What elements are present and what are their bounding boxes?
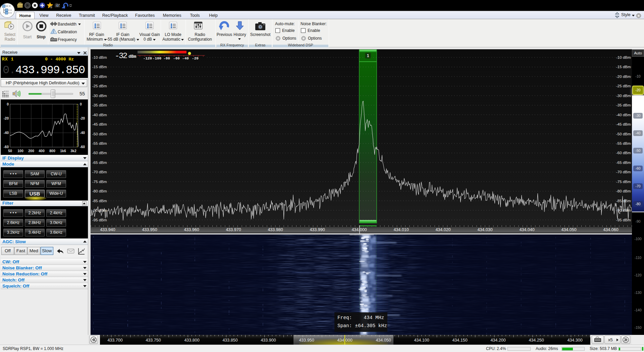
svg-text:-95 dBm: -95 dBm [616, 218, 631, 222]
svg-text:-40: -40 [4, 131, 9, 135]
svg-text:-60 dBm: -60 dBm [616, 151, 631, 155]
svg-text:434.060: 434.060 [603, 227, 618, 232]
svg-text:dBm: dBm [128, 54, 137, 59]
svg-text:-85 dBm: -85 dBm [92, 199, 107, 203]
svg-text:433.950: 433.950 [142, 227, 157, 232]
svg-text:433.900: 433.900 [261, 338, 276, 343]
svg-text:-20 dBm: -20 dBm [92, 75, 107, 79]
svg-text:-60: -60 [80, 145, 85, 149]
svg-text:-35 dBm: -35 dBm [616, 103, 631, 107]
svg-text:433.700: 433.700 [107, 338, 122, 343]
svg-text:434.040: 434.040 [519, 227, 534, 232]
svg-text:-30 dBm: -30 dBm [92, 94, 107, 98]
svg-text:Freq: 434 MHz: Freq: 434 MHz [337, 315, 384, 320]
svg-text:-20: -20 [192, 56, 199, 60]
svg-text:-30 dBm: -30 dBm [616, 94, 631, 98]
svg-text:-15 dBm: -15 dBm [92, 65, 107, 69]
svg-text:-95 dBm: -95 dBm [92, 218, 107, 222]
svg-text:-85 dBm: -85 dBm [616, 199, 631, 203]
svg-text:434.010: 434.010 [393, 227, 409, 232]
svg-text:400: 400 [39, 149, 45, 153]
svg-text:1k6: 1k6 [60, 149, 66, 153]
svg-text:-70 dBm: -70 dBm [92, 170, 107, 174]
svg-text:-50 dBm: -50 dBm [616, 132, 631, 136]
svg-text:434.200: 434.200 [490, 338, 505, 343]
svg-text:-32: -32 [115, 51, 127, 60]
svg-text:-15 dBm: -15 dBm [616, 65, 631, 69]
svg-text:0: 0 [7, 102, 9, 106]
svg-text:-55 dBm: -55 dBm [92, 141, 107, 145]
svg-text:0: 0 [80, 102, 82, 106]
svg-text:1: 1 [367, 53, 369, 58]
svg-text:434.020: 434.020 [435, 227, 450, 232]
svg-text:434.300: 434.300 [567, 338, 582, 343]
svg-text:433.800: 433.800 [184, 338, 199, 343]
svg-text:-60 dBm: -60 dBm [92, 151, 107, 155]
svg-text:-100: -100 [153, 56, 161, 60]
svg-text:-25 dBm: -25 dBm [616, 84, 631, 88]
svg-text:-90 dBm: -90 dBm [616, 208, 631, 212]
svg-text:434.000: 434.000 [352, 227, 367, 232]
svg-text:50: 50 [8, 149, 12, 153]
svg-text:433.750: 433.750 [146, 338, 161, 343]
svg-text:-40 dBm: -40 dBm [616, 113, 631, 117]
svg-text:433.940: 433.940 [100, 227, 115, 232]
svg-text:-20: -20 [80, 116, 85, 120]
svg-text:-20 dBm: -20 dBm [616, 75, 631, 79]
svg-text:-80: -80 [163, 56, 170, 60]
svg-text:-90 dBm: -90 dBm [92, 208, 107, 212]
svg-text:-50 dBm: -50 dBm [92, 132, 107, 136]
svg-text:433.950: 433.950 [299, 338, 314, 343]
svg-text:-80 dBm: -80 dBm [616, 189, 631, 193]
svg-text:-120: -120 [143, 56, 152, 60]
svg-text:800: 800 [49, 149, 55, 153]
svg-text:-55 dBm: -55 dBm [616, 141, 631, 145]
svg-text:-45 dBm: -45 dBm [616, 122, 631, 126]
svg-text:200: 200 [28, 149, 34, 153]
svg-text:100: 100 [17, 149, 23, 153]
svg-text:-20: -20 [4, 116, 9, 120]
svg-text:-45 dBm: -45 dBm [92, 122, 107, 126]
svg-text:434.050: 434.050 [376, 338, 391, 343]
svg-text:433.960: 433.960 [184, 227, 199, 232]
svg-text:-10 dBm: -10 dBm [616, 55, 631, 59]
svg-text:-80 dBm: -80 dBm [92, 189, 107, 193]
svg-text:433.850: 433.850 [222, 338, 237, 343]
svg-text:-35 dBm: -35 dBm [92, 103, 107, 107]
svg-text:3k2: 3k2 [70, 149, 76, 153]
svg-text:434.150: 434.150 [452, 338, 467, 343]
svg-text:-60: -60 [173, 56, 180, 60]
svg-text:-40: -40 [80, 131, 85, 135]
svg-text:434.050: 434.050 [561, 227, 576, 232]
svg-text:-60: -60 [4, 145, 9, 149]
svg-text:434.030: 434.030 [477, 227, 492, 232]
svg-text:433.970: 433.970 [226, 227, 241, 232]
svg-text:Span: ±64.305 kHz: Span: ±64.305 kHz [337, 323, 387, 328]
svg-text:-65 dBm: -65 dBm [92, 161, 107, 165]
svg-text:-25 dBm: -25 dBm [92, 84, 107, 88]
svg-text:-65 dBm: -65 dBm [616, 161, 631, 165]
svg-text:-75 dBm: -75 dBm [616, 180, 631, 184]
svg-text:-70 dBm: -70 dBm [616, 170, 631, 174]
svg-text:434.100: 434.100 [414, 338, 429, 343]
svg-text:-40 dBm: -40 dBm [92, 113, 107, 117]
svg-text:434.250: 434.250 [529, 338, 544, 343]
svg-text:-40: -40 [182, 56, 189, 60]
svg-text:433.980: 433.980 [268, 227, 283, 232]
svg-text:433.990: 433.990 [310, 227, 325, 232]
svg-text:-75 dBm: -75 dBm [92, 180, 107, 184]
svg-text:-10 dBm: -10 dBm [92, 55, 107, 59]
